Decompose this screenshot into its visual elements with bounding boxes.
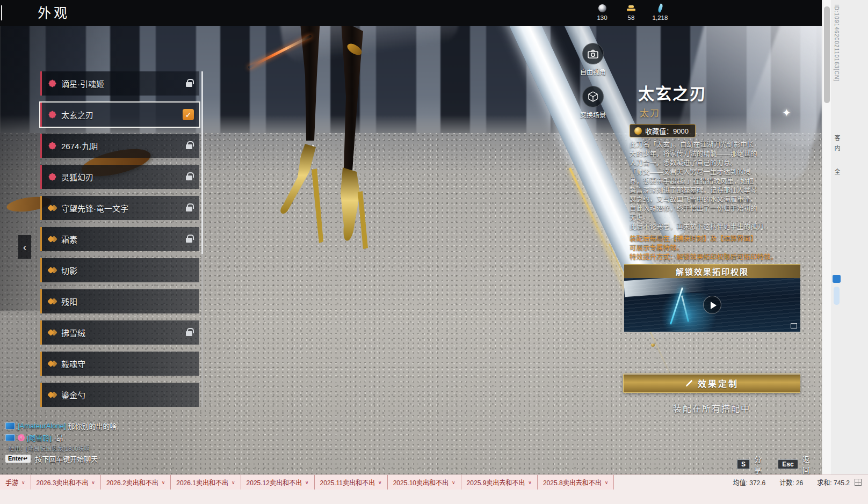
- lock-icon: [186, 82, 192, 87]
- orange-diamond-icon: [48, 391, 56, 399]
- lock-icon: [186, 331, 192, 336]
- red-star-icon: [48, 79, 56, 87]
- enter-key-badge: Enter↵: [5, 455, 31, 463]
- chat-text: 那你别的出的啥: [68, 421, 117, 431]
- change-scene-label: 变换场景: [578, 110, 608, 119]
- edge-label: 全: [834, 167, 841, 176]
- chevron-down-icon: [305, 480, 309, 485]
- lock-icon: [186, 207, 192, 211]
- effect-customize-button[interactable]: 效果定制: [623, 374, 800, 393]
- edge-app-icon[interactable]: [833, 275, 841, 283]
- equipped-check-icon: [183, 109, 194, 120]
- effect-preview-video[interactable]: [624, 278, 800, 332]
- sheet-tab[interactable]: 2026.3卖出和不出: [31, 475, 101, 490]
- skin-list-item[interactable]: 残阳: [40, 289, 199, 313]
- chat-system-line: 使用：[飑良脱娘恩龙]1800块啊: [9, 444, 90, 452]
- chevron-down-icon: [162, 480, 165, 485]
- edge-vertical-labels: 客 内 全: [834, 133, 841, 177]
- skin-list-item[interactable]: 谪星·引魂姬: [40, 71, 199, 96]
- back-label[interactable]: 返回: [802, 454, 816, 474]
- footer-hotkeys: S 分享 Esc 返回: [737, 454, 822, 474]
- currency-orb[interactable]: 130: [588, 3, 617, 21]
- sheet-tab[interactable]: 2025.8卖出去和不出: [538, 475, 614, 490]
- sheet-tab-bar: 手游 2026.3卖出和不出 2026.2卖出和不出 2026.1卖出和不出 2…: [0, 474, 868, 504]
- chevron-down-icon: [528, 480, 532, 485]
- edge-pill: [834, 287, 840, 305]
- sheet-tab[interactable]: 2026.1卖出和不出: [171, 475, 241, 490]
- currency-group: 130 58 1,218: [588, 3, 675, 21]
- skin-list-item[interactable]: 2674·九阴: [40, 134, 199, 158]
- grid-view-icon[interactable]: [855, 479, 862, 486]
- top-bar: 外观 130 58 1,218: [0, 0, 822, 26]
- feather-currency-icon: [656, 3, 664, 12]
- chat-open-hint[interactable]: Enter↵ 按下回车键开始聊天: [5, 454, 98, 464]
- chat-badge-icon: [5, 434, 15, 441]
- share-label[interactable]: 分享: [754, 454, 768, 474]
- orange-diamond-icon: [48, 328, 56, 337]
- skin-list-item[interactable]: 灵狐幻刃: [40, 165, 199, 189]
- lock-icon: [186, 238, 192, 243]
- chevron-down-icon: [605, 480, 609, 485]
- equip-status-text: 装配在所有搭配中: [623, 401, 800, 414]
- chat-sender: [AmateurAlone]: [18, 422, 66, 430]
- scrollbar-thumb[interactable]: [201, 71, 203, 254]
- chat-hint-text: 按下回车键开始聊天: [35, 454, 98, 464]
- chevron-down-icon: [21, 480, 25, 485]
- currency-value: 58: [617, 14, 646, 21]
- fullscreen-icon[interactable]: [791, 323, 797, 328]
- chat-badge-icon: [5, 422, 15, 429]
- skin-name: 霜素: [61, 233, 77, 245]
- skin-name: 切影: [61, 265, 77, 276]
- scrollbar-thumb[interactable]: [824, 6, 830, 103]
- camera-icon[interactable]: [582, 43, 604, 64]
- sheet-tab[interactable]: 2025.9卖出去和不出: [461, 475, 538, 490]
- skin-name: 灵狐幻刃: [61, 171, 93, 182]
- share-key-badge[interactable]: S: [737, 459, 750, 469]
- sheet-tab[interactable]: 2025.10卖出和不出: [388, 475, 461, 490]
- red-star-icon: [48, 142, 56, 150]
- skin-list-item[interactable]: 切影: [40, 258, 199, 282]
- vertical-scrollbar[interactable]: [822, 0, 831, 474]
- lock-icon: [186, 176, 192, 180]
- game-viewport: 外观 130 58 1,218 谪星·引魂姬: [0, 0, 822, 474]
- player-id-text: ID:1091462002110163[CN]: [834, 4, 840, 82]
- sheet-tab[interactable]: 2025.12卖出和不出: [241, 475, 315, 490]
- sheet-tab[interactable]: 2026.2卖出和不出: [101, 475, 171, 490]
- skin-list-item-selected[interactable]: 太玄之刃: [40, 103, 199, 127]
- screenshot-root: 外观 130 58 1,218 谪星·引魂姬: [0, 0, 868, 504]
- collection-coin-icon: [634, 127, 642, 135]
- collection-value-badge: 收藏值：9000: [630, 124, 696, 137]
- free-camera-button[interactable]: 自由视角: [578, 43, 608, 76]
- skin-list-item[interactable]: 拂雪绒: [40, 320, 199, 345]
- skin-list-item[interactable]: 鎏金勺: [40, 383, 199, 407]
- gold-pebble: [651, 344, 655, 347]
- change-scene-button[interactable]: 变换场景: [578, 86, 608, 119]
- sheet-tab[interactable]: 2025.11卖出和不出: [315, 475, 388, 490]
- chevron-down-icon: [232, 480, 235, 485]
- orange-diamond-icon: [48, 235, 56, 243]
- female-icon: [18, 434, 25, 441]
- orb-currency-icon: [598, 4, 606, 12]
- play-button[interactable]: [703, 296, 721, 314]
- chevron-down-icon: [91, 480, 95, 485]
- sheet-status-stats: 均值: 372.6 计数: 26 求和: 745.2: [733, 475, 850, 490]
- back-key-badge[interactable]: Esc: [778, 459, 798, 469]
- skin-list-item[interactable]: 守望先锋·竜一文字: [40, 196, 199, 220]
- sheet-tab[interactable]: 手游: [0, 475, 31, 490]
- orange-diamond-icon: [48, 297, 56, 305]
- list-scrollbar[interactable]: [201, 71, 203, 407]
- skin-name: 拂雪绒: [61, 327, 85, 338]
- character-legs: [231, 0, 403, 268]
- skin-name: 鎏金勺: [61, 389, 85, 400]
- weapon-type-label: 太刀: [640, 106, 660, 119]
- currency-feather[interactable]: 1,218: [646, 3, 675, 21]
- skin-list-item[interactable]: 毅魂守: [40, 352, 199, 376]
- skin-name: 守望先锋·竜一文字: [61, 202, 128, 214]
- scene-cube-icon[interactable]: [582, 86, 604, 107]
- stat-sum: 求和: 745.2: [817, 478, 850, 487]
- currency-ingot[interactable]: 58: [617, 3, 646, 21]
- orange-diamond-icon: [48, 360, 56, 368]
- skin-list-item[interactable]: 霜素: [40, 227, 199, 251]
- collapse-panel-button[interactable]: [18, 235, 31, 259]
- orange-diamond-icon: [48, 204, 56, 212]
